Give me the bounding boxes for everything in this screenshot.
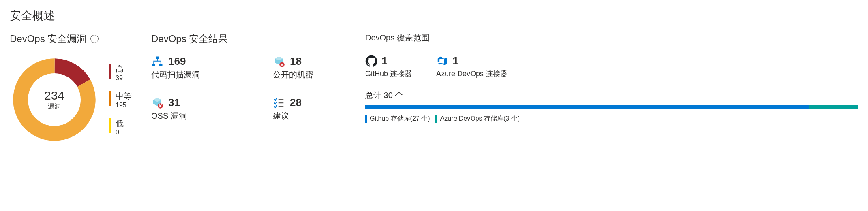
connector-count: 1 <box>452 55 458 67</box>
connector-label: Azure DevOps 连接器 <box>436 69 508 79</box>
cube-alert-icon <box>151 97 163 109</box>
repo-legend: Github 存储库(27 个) Azure DevOps 存储库(3 个) <box>365 115 858 123</box>
stat-label: 代码扫描漏洞 <box>151 69 224 80</box>
cube-alert-icon <box>273 55 285 68</box>
coverage-total-value: 30 个 <box>384 91 403 100</box>
stat-exposed-secrets[interactable]: 18 公开的机密 <box>273 55 346 80</box>
stat-value: 169 <box>168 55 186 68</box>
color-swatch <box>435 115 437 123</box>
severity-medium[interactable]: 中等 195 <box>109 91 132 109</box>
vulnerabilities-section: DevOps 安全漏洞 234 漏洞 <box>10 32 132 144</box>
sitemap-icon <box>151 55 163 68</box>
color-swatch <box>365 115 367 123</box>
coverage-total: 总计 30 个 <box>365 90 858 101</box>
vulnerabilities-title: DevOps 安全漏洞 <box>10 32 86 45</box>
repo-legend-azure[interactable]: Azure DevOps 存储库(3 个) <box>435 115 519 123</box>
page-title: 安全概述 <box>10 8 858 23</box>
results-section: DevOps 安全结果 169 代码扫描漏洞 18 公 <box>151 32 346 121</box>
results-title: DevOps 安全结果 <box>151 32 228 45</box>
connector-azure-devops[interactable]: 1 Azure DevOps 连接器 <box>436 55 508 79</box>
severity-color-swatch <box>109 91 111 106</box>
severity-color-swatch <box>109 118 111 133</box>
stat-code-scan[interactable]: 169 代码扫描漏洞 <box>151 55 224 80</box>
vulnerabilities-total-label: 漏洞 <box>48 102 61 111</box>
stat-label: OSS 漏洞 <box>151 111 224 121</box>
coverage-total-label: 总计 <box>365 91 381 100</box>
severity-high[interactable]: 高 39 <box>109 64 132 82</box>
severity-low[interactable]: 低 0 <box>109 118 132 136</box>
coverage-bar-chart <box>365 105 858 109</box>
severity-color-swatch <box>109 64 111 79</box>
svg-rect-4 <box>152 64 156 66</box>
connector-count: 1 <box>381 55 387 67</box>
stat-oss-vulns[interactable]: 31 OSS 漏洞 <box>151 96 224 121</box>
coverage-title: DevOps 覆盖范围 <box>365 32 429 43</box>
info-icon[interactable] <box>90 35 99 43</box>
stat-label: 建议 <box>273 111 346 121</box>
vulnerabilities-total: 234 <box>44 89 64 102</box>
severity-name: 中等 <box>116 91 132 102</box>
connector-github[interactable]: 1 GitHub 连接器 <box>365 55 412 79</box>
severity-count: 195 <box>116 102 132 109</box>
stat-value: 18 <box>290 55 302 68</box>
repo-legend-github[interactable]: Github 存储库(27 个) <box>365 115 430 123</box>
checklist-icon <box>273 97 285 109</box>
stat-label: 公开的机密 <box>273 69 346 80</box>
repo-legend-label: Azure DevOps 存储库(3 个) <box>440 115 519 123</box>
svg-rect-3 <box>156 56 159 59</box>
svg-rect-5 <box>159 64 163 66</box>
stat-value: 28 <box>290 96 302 109</box>
stat-recommendations[interactable]: 28 建议 <box>273 96 346 121</box>
severity-count: 39 <box>116 75 124 82</box>
repo-legend-label: Github 存储库(27 个) <box>370 115 430 123</box>
severity-name: 低 <box>116 118 124 129</box>
stat-value: 31 <box>168 96 180 109</box>
severity-count: 0 <box>116 129 124 136</box>
connector-label: GitHub 连接器 <box>365 69 412 79</box>
github-icon <box>365 55 377 67</box>
bar-segment-azure <box>809 105 858 109</box>
vulnerabilities-donut-chart: 234 漏洞 <box>10 55 99 144</box>
severity-legend: 高 39 中等 195 低 0 <box>109 64 132 136</box>
bar-segment-github <box>365 105 809 109</box>
severity-name: 高 <box>116 64 124 75</box>
azure-devops-icon <box>436 55 448 67</box>
coverage-section: DevOps 覆盖范围 1 GitHub 连接器 1 <box>365 32 858 123</box>
